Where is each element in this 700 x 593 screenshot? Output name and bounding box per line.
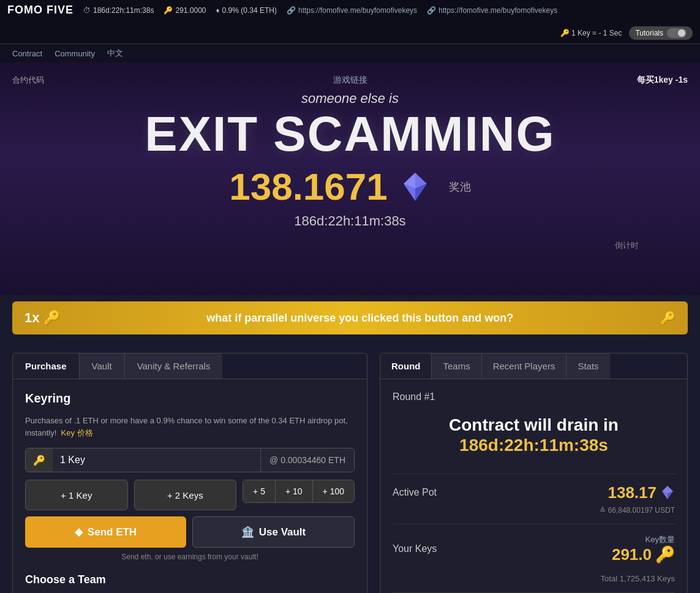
hero-pot-label: 奖池 (449, 179, 471, 194)
key-formula: 🔑 1 Key = - 1 Sec (560, 29, 622, 37)
divider-1 (393, 474, 675, 474)
main-content: Purchase Vault Vanity & Referrals Keyrin… (0, 341, 700, 593)
total-keys: Total 1,725,413 Keys (393, 574, 675, 583)
divider-3 (393, 592, 675, 593)
top-bar: FOMO FIVE ⏱ 186d:22h:11m:38s 🔑 291.0000 … (0, 0, 700, 44)
tab-stats[interactable]: Stats (566, 353, 609, 379)
link-icon-2: 🔗 (427, 6, 436, 15)
key-quantity-input[interactable] (53, 448, 260, 472)
clock-icon: ⏱ (83, 6, 91, 15)
cta-key-count: 1x 🔑 (24, 310, 60, 326)
tab-vault[interactable]: Vault (80, 353, 125, 379)
key-price-label: Key 价格 (59, 428, 93, 437)
vault-icon: 🏦 (241, 526, 254, 538)
key-icon: 🔑 (164, 6, 173, 15)
action-hint: Send eth, or use earnings from your vaul… (25, 553, 355, 561)
active-pot-row: Active Pot 138.17 (393, 483, 675, 502)
nav-chinese[interactable]: 中文 (107, 48, 123, 59)
add-100-keys-button[interactable]: + 100 (313, 480, 354, 502)
key-input-row: 🔑 @ 0.00034460 ETH (25, 448, 355, 472)
eth-send-icon: ◆ (75, 526, 83, 538)
action-row: ◆ Send ETH 🏦 Use Vault (25, 516, 355, 548)
drain-title: Contract will drain in (393, 415, 675, 436)
add-10-keys-button[interactable]: + 10 (276, 480, 313, 502)
key-count-label: Key数量 (645, 535, 675, 544)
hero-pot-amount: 138.1671 (229, 165, 388, 208)
add-1-key-button[interactable]: + 1 Key (25, 480, 128, 510)
round-label: Round #1 (393, 391, 675, 402)
tutorials-button[interactable]: Tutorials (629, 26, 693, 40)
hero-main-title: EXIT SCAMMING (12, 110, 688, 159)
right-tab-bar: Round Teams Recent Players Stats (380, 353, 688, 379)
tab-teams[interactable]: Teams (432, 353, 481, 379)
tab-vanity-referrals[interactable]: Vanity & Referrals (125, 353, 223, 379)
keys-display: 🔑 291.0000 (164, 6, 206, 15)
eth-diamond-large-icon (400, 172, 431, 202)
hero-section: 合约代码 每买1key -1s 游戏链接 someone else is EXI… (0, 62, 700, 295)
active-pot-label: Active Pot (393, 487, 437, 498)
eth-chance-display: ♦ 0.9% (0.34 ETH) (216, 6, 277, 15)
right-panel: Round Teams Recent Players Stats Round #… (380, 353, 688, 593)
divider-2 (393, 524, 675, 524)
key-icon-keys: 🔑 (655, 545, 675, 564)
right-panel-body: Round #1 Contract will drain in 186d:22h… (380, 379, 688, 593)
add-5-keys-button[interactable]: + 5 (243, 480, 276, 502)
choose-team-subtitle: Choose a Team (25, 573, 355, 586)
panel-desc: Purchases of .1 ETH or more have a 0.9% … (25, 415, 355, 439)
drain-countdown: 186d:22h:11m:38s (393, 436, 675, 455)
tab-purchase[interactable]: Purchase (13, 353, 80, 379)
hero-contract-label[interactable]: 合约代码 (12, 75, 44, 86)
diamond-icon: ♦ (216, 6, 219, 15)
nav-contract[interactable]: Contract (12, 49, 42, 58)
hero-countdown: 186d:22h:11m:38s (12, 213, 688, 229)
link1-display[interactable]: 🔗 https://fomofive.me/buyfomofivekeys (287, 6, 417, 15)
timer-display: ⏱ 186d:22h:11m:38s (83, 6, 154, 15)
panel-title: Keyring (25, 391, 355, 406)
cta-right-icon: 🔑 (660, 311, 676, 325)
cta-bar[interactable]: 1x 🔑 what if parrallel universe you clic… (12, 301, 688, 334)
your-keys-value: 291.0 🔑 (612, 545, 675, 564)
nav-row: Contract Community 中文 (0, 44, 700, 62)
hero-pot-row: 138.1671 奖池 (12, 165, 688, 208)
tab-round[interactable]: Round (380, 353, 432, 379)
send-eth-button[interactable]: ◆ Send ETH (25, 516, 186, 548)
brand-logo: FOMO FIVE (7, 4, 73, 17)
active-pot-value: 138.17 (608, 483, 675, 502)
btn-row-1: + 1 Key + 2 Keys + 5 + 10 + 100 (25, 480, 355, 510)
left-panel-body: Keyring Purchases of .1 ETH or more have… (12, 379, 367, 593)
cta-text: what if parrallel universe you clicked t… (206, 312, 513, 325)
left-tab-bar: Purchase Vault Vanity & Referrals (12, 353, 367, 379)
game-link[interactable]: 游戏链接 (12, 75, 688, 86)
link-icon-1: 🔗 (287, 6, 296, 15)
drain-box: Contract will drain in 186d:22h:11m:38s (393, 415, 675, 455)
active-pot-usdt: ≙ 66,848.00197 USDT (393, 506, 675, 515)
key-input-icon: 🔑 (26, 448, 53, 472)
hero-tagline: someone else is (12, 91, 688, 107)
use-vault-button[interactable]: 🏦 Use Vault (192, 516, 355, 548)
link2-display[interactable]: 🔗 https://fomofive.me/buyfomofivekeys (427, 6, 557, 15)
left-panel: Purchase Vault Vanity & Referrals Keyrin… (12, 353, 367, 593)
hero-per-buy-label: 每买1key -1s (637, 75, 688, 86)
your-keys-row: Your Keys Key数量 291.0 🔑 (393, 534, 675, 564)
eth-icon-pot (660, 485, 675, 500)
countdown-label: 倒计时 (615, 240, 639, 251)
btn-plus-group: + 5 + 10 + 100 (243, 480, 355, 503)
nav-community[interactable]: Community (55, 49, 95, 58)
top-bar-right: 🔑 1 Key = - 1 Sec Tutorials (560, 26, 693, 40)
key-price-display: @ 0.00034460 ETH (260, 448, 354, 472)
your-keys-label: Your Keys (393, 543, 437, 554)
tutorials-toggle[interactable] (667, 28, 687, 38)
tab-recent-players[interactable]: Recent Players (482, 353, 567, 379)
add-2-keys-button[interactable]: + 2 Keys (134, 480, 237, 510)
